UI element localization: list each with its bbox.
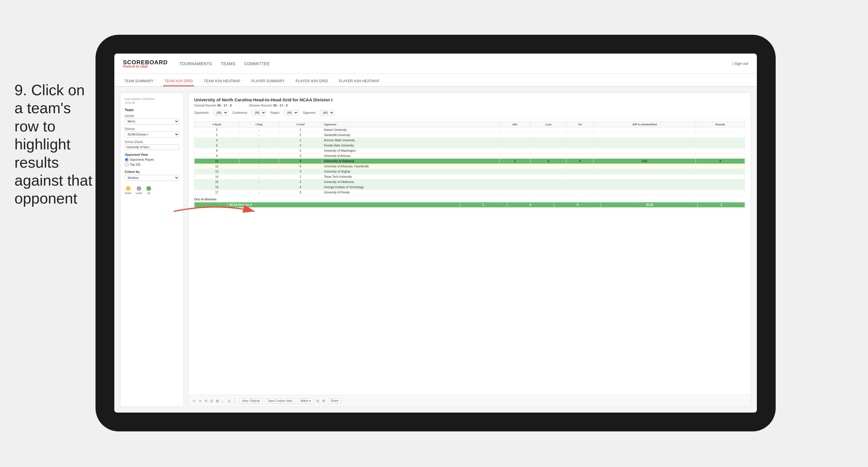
region-filter-select[interactable]: (All) (284, 110, 299, 116)
table-row[interactable]: 13-3University of Virginia (194, 169, 745, 174)
opponents-filter-label: Opponents: (194, 111, 209, 114)
bottom-toolbar: ↩ ↪ ⟲ ⊡ ⊞ ··· ◷ View: Original Save Cust… (188, 395, 751, 407)
summary-loss: 0 (507, 202, 554, 208)
table-row[interactable]: 11-5University of Alabama3002.618 (194, 159, 745, 164)
table-row[interactable]: 8-2University of Washington (194, 148, 745, 153)
instruction-text: 9. Click on a team's row to highlight re… (14, 81, 95, 208)
settings-icon[interactable]: ⚙ (322, 399, 325, 403)
conference-filter-label: Conference (232, 111, 247, 114)
tab-player-h2h-grid[interactable]: PLAYER H2H GRID (294, 77, 329, 86)
redo-icon[interactable]: ↪ (198, 399, 202, 403)
sub-nav: TEAM SUMMARY TEAM H2H GRID TEAM H2H HEAT… (114, 74, 757, 87)
share-btn[interactable]: Share (328, 398, 341, 404)
table-row[interactable]: 17-3University of Florida (194, 190, 745, 195)
summary-label: NCAA Division II (227, 202, 460, 208)
tab-player-h2h-heatmap[interactable]: PLAYER H2H HEATMAP (338, 77, 381, 86)
table-row[interactable]: 9-3University of Arizona (194, 153, 745, 159)
logo-area: SCOREBOARD Powered by clippi (123, 59, 167, 68)
division-label: Division (125, 127, 179, 130)
nav-links: TOURNAMENTS TEAMS COMMITTEE (179, 60, 721, 67)
present-icon[interactable]: ⊡ (316, 399, 319, 403)
radio-top-100[interactable]: Top 100 (125, 163, 179, 167)
tablet-screen: SCOREBOARD Powered by clippi TOURNAMENTS… (114, 54, 757, 413)
records-row: Overall Record: 89 - 17 - 0 Division Rec… (194, 104, 745, 107)
school-rank-input[interactable] (125, 144, 179, 150)
undo-icon[interactable]: ↩ (193, 399, 196, 403)
region-filter-label: Region (270, 111, 280, 114)
gender-label: Gender (125, 114, 179, 118)
col-rounds: Rounds (696, 122, 745, 127)
overall-record: Overall Record: 89 - 17 - 0 (194, 104, 232, 107)
table-row[interactable]: 6-2Florida State University (194, 143, 745, 148)
table-row[interactable]: 15-2University of Oklahoma (194, 179, 745, 185)
tablet-frame: SCOREBOARD Powered by clippi TOURNAMENTS… (95, 35, 776, 431)
filters-row: Opponents: (All) Conference (All) Region… (194, 110, 745, 116)
team-section-title: Team (125, 108, 179, 112)
summary-tie: 0 (554, 202, 601, 208)
col-diff: Diff Av Strokes/Rnd (594, 122, 696, 127)
clock-icon[interactable]: ◷ (227, 399, 230, 403)
legend-level: Level (136, 186, 142, 195)
colour-by-select[interactable]: Win/loss (125, 175, 179, 181)
tab-team-h2h-heatmap[interactable]: TEAM H2H HEATMAP (203, 77, 241, 86)
logo-scoreboard: SCOREBOARD (123, 59, 167, 65)
main-content: Last Updated: 27/03/2024 16:55:38 Team G… (114, 87, 757, 413)
opponent-view-radio-group: Opponents Played Top 100 (125, 158, 179, 167)
division-select[interactable]: NCAA Division I (125, 132, 179, 138)
watch-btn[interactable]: Watch ▾ (298, 398, 313, 404)
colour-by-title: Colour by (125, 170, 179, 173)
gender-select[interactable]: Men's (125, 118, 179, 124)
refresh-icon[interactable]: ⟲ (204, 399, 207, 403)
legend-up: Up (147, 186, 151, 195)
opponents-filter-select[interactable]: (All) (214, 110, 228, 116)
conference-filter-select[interactable]: (All) (251, 110, 266, 116)
opponent-filter-label: Opponent (303, 111, 315, 114)
col-tie: Tie (566, 122, 594, 127)
logo-powered: Powered by clippi (123, 65, 167, 68)
summary-win: 1 (460, 202, 507, 208)
opponent-filter-select[interactable]: (All) (320, 110, 334, 116)
sign-out-link[interactable]: | Sign out (732, 61, 748, 66)
legend-down: Down (125, 186, 131, 195)
summary-rounds: 3 (698, 202, 745, 208)
out-of-division-header: Out of division (194, 195, 745, 202)
table-row[interactable]: 2-1Auburn University (194, 127, 745, 133)
grid-title: University of North Carolina Head-to-Hea… (194, 97, 745, 102)
more-icon[interactable]: ··· (222, 399, 225, 403)
opponent-view-title: Opponent View (125, 153, 179, 156)
col-loss: Loss (530, 122, 566, 127)
grid-header: University of North Carolina Head-to-Hea… (188, 93, 751, 119)
top-nav: SCOREBOARD Powered by clippi TOURNAMENTS… (114, 54, 757, 74)
nav-teams[interactable]: TEAMS (221, 60, 236, 67)
right-panel: University of North Carolina Head-to-Hea… (188, 93, 751, 407)
col-win: Win (499, 122, 530, 127)
nav-committee[interactable]: COMMITTEE (244, 60, 270, 67)
tab-team-summary[interactable]: TEAM SUMMARY (123, 77, 155, 86)
nav-tournaments[interactable]: TOURNAMENTS (179, 60, 212, 67)
out-of-division-table: NCAA Division II 1 0 0 26.00 3 (194, 202, 745, 208)
school-rank-label: School (Rank) (125, 140, 179, 144)
table-header-row: # Rank # Reg # Conf Opponent Win Loss Ti… (194, 122, 745, 127)
tab-team-h2h-grid[interactable]: TEAM H2H GRID (163, 77, 194, 86)
view-original-btn[interactable]: View: Original (239, 398, 262, 404)
radio-opponents-played[interactable]: Opponents Played (125, 158, 179, 162)
summary-diff: 26.00 (601, 202, 698, 208)
table-row[interactable]: 4-1Arizona State University (194, 138, 745, 143)
col-conf: # Conf (279, 122, 322, 127)
table-wrapper: # Rank # Reg # Conf Opponent Win Loss Ti… (188, 119, 751, 395)
division-record: Division Record: 88 - 17 - 0 (249, 104, 288, 107)
h2h-table: # Rank # Reg # Conf Opponent Win Loss Ti… (194, 122, 745, 195)
summary-row[interactable]: NCAA Division II 1 0 0 26.00 3 (194, 202, 745, 208)
grid-icon[interactable]: ⊡ (210, 399, 213, 403)
last-updated: Last Updated: 27/03/2024 16:55:38 (125, 97, 179, 105)
table-row[interactable]: 14-1Texas Tech University (194, 174, 745, 179)
table-row[interactable]: 16-4Georgia Institute of Technology (194, 185, 745, 190)
save-custom-view-btn[interactable]: Save Custom View (266, 398, 295, 404)
table-row[interactable]: 12-6University of Arkansas, Fayetteville (194, 164, 745, 169)
legend: Down Level Up (125, 186, 179, 195)
tab-player-summary[interactable]: PLAYER SUMMARY (250, 77, 286, 86)
left-panel: Last Updated: 27/03/2024 16:55:38 Team G… (120, 93, 184, 407)
layout-icon[interactable]: ⊞ (216, 399, 219, 403)
col-opponent: Opponent (322, 122, 500, 127)
table-row[interactable]: 3-2Vanderbilt University (194, 133, 745, 138)
